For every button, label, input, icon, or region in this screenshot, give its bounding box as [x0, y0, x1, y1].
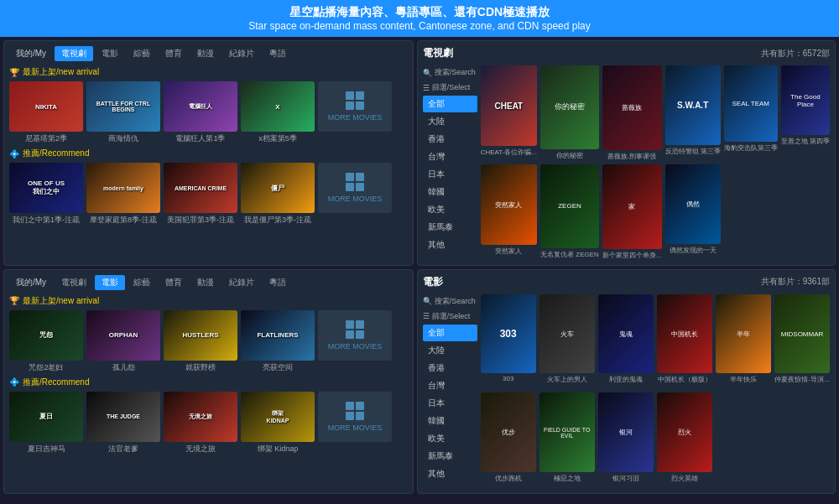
tab-tv-drama[interactable]: 電視劇	[55, 46, 93, 61]
movie-title-uncut: 优步跑机	[481, 474, 536, 483]
movie-card-nikita[interactable]: NIKITA 尼基塔第2季	[9, 81, 83, 144]
movie-field[interactable]: FIELD GUIDE TO EVIL 極惡之地	[539, 392, 595, 488]
tv-cat-other[interactable]: 其他	[423, 236, 477, 253]
more-movies-btn-tv-new[interactable]: MORE MOVIES	[318, 81, 392, 132]
tv-cat-taiwan[interactable]: 台灣	[423, 148, 477, 165]
tab-anime-movie[interactable]: 動漫	[190, 275, 221, 290]
main-content: 我的/My 電視劇 電影 綜藝 體育 動漫 紀錄片 粵語 最新上架/new ar…	[0, 37, 839, 497]
movie-cat-other[interactable]: 其他	[423, 465, 477, 482]
movie-category-sidebar: 🔍 搜索/Search ☰ 篩選/Select 全部 大陸 香港 台灣 日本 韓…	[423, 294, 477, 488]
tab-anime-tv[interactable]: 動漫	[190, 46, 221, 61]
movie-card-kidnap[interactable]: 绑架KIDNAP 绑架 Kidnap	[241, 392, 315, 455]
more-movies-btn-film-rec[interactable]: MORE MOVIES	[318, 392, 392, 442]
tv-movie-nomad[interactable]: 突然家人 突然家人	[481, 164, 537, 260]
more-movies-tv-rec[interactable]: MORE MOVIES	[318, 163, 392, 226]
movie-midsommar[interactable]: MIDSOMMAR 仲夏夜惊情-导演...	[774, 294, 830, 390]
tab-variety-tv[interactable]: 綜藝	[127, 46, 157, 61]
movie-thumb-midsommar: MIDSOMMAR	[774, 294, 830, 373]
movie-303[interactable]: 303 303	[481, 294, 536, 390]
movie-thumb-orphan: ORPHAN	[86, 310, 160, 361]
movie-card-judge[interactable]: THE JUDGE 法官老爹	[86, 392, 160, 455]
movie-title-modern: 摩登家庭第8季-注疏	[86, 215, 160, 226]
tv-movie-swat[interactable]: S.W.A.T 反恐特警组 第三季	[665, 65, 721, 161]
tv-cat-hk[interactable]: 香港	[423, 131, 477, 148]
movie-card-modern[interactable]: modern family 摩登家庭第8季-注疏	[86, 163, 160, 226]
tv-cat-mainland[interactable]: 大陸	[423, 113, 477, 130]
movie-train[interactable]: 火车 火车上的男人	[539, 294, 595, 390]
movie-cat-korea[interactable]: 韓國	[423, 413, 477, 429]
movie-blaze[interactable]: 烈火 烈火英雄	[657, 392, 712, 488]
tab-doc-movie[interactable]: 紀錄片	[222, 275, 261, 290]
movie-cat-all[interactable]: 全部	[423, 325, 477, 341]
tab-sports-movie[interactable]: 體育	[159, 275, 189, 290]
more-movies-btn-tv-rec[interactable]: MORE MOVIES	[318, 163, 392, 213]
tv-movie-goodplace[interactable]: The Good Place 至善之地 第四季	[781, 65, 830, 161]
tv-cat-all[interactable]: 全部	[423, 96, 477, 112]
tab-my-movie[interactable]: 我的/My	[9, 275, 53, 290]
tab-cantonese-tv[interactable]: 粵語	[263, 46, 293, 61]
movie-card-computer[interactable]: 電腦狂人 電腦狂人第1季	[164, 81, 237, 144]
tv-movie-oneday[interactable]: 偶然 偶然发现的一天	[665, 164, 721, 260]
movie-thumb-modern: modern family	[86, 163, 160, 213]
more-movies-film-rec[interactable]: MORE MOVIES	[318, 392, 392, 455]
movie-cat-taiwan[interactable]: 台灣	[423, 377, 477, 394]
movie-card-landlord[interactable]: 僵尸 我是僵尸第3季-注疏	[241, 163, 315, 226]
movie-card-american[interactable]: AMERICAN CRIME 美国犯罪第3季-注疏	[164, 163, 237, 226]
movie-card-boundless[interactable]: 无境之旅 无境之旅	[164, 392, 237, 455]
tab-my-tv[interactable]: 我的/My	[9, 46, 53, 61]
tv-category-sidebar: 🔍 搜索/Search ☰ 篩選/Select 全部 大陸 香港 台灣 日本 韓…	[423, 65, 477, 260]
tab-movie-tv[interactable]: 電影	[95, 46, 125, 61]
movie-card-hustlers[interactable]: HUSTLERS 就获野榜	[164, 310, 237, 373]
page-header: 星空點播海量內容、粵語專區、還有CDN極速播放 Star space on-de…	[0, 0, 839, 37]
movie-search-row[interactable]: 🔍 搜索/Search	[423, 294, 477, 309]
more-movies-btn-film-new[interactable]: MORE MOVIES	[318, 310, 392, 361]
tv-movie-judge2[interactable]: 蔷薇族 蔷薇族.刑事课强	[602, 65, 662, 161]
movie-card-xfiles[interactable]: X x档案第5季	[241, 81, 315, 144]
tv-new-arrival-label: 最新上架/new arrival	[9, 66, 408, 78]
tv-movie-cheat[interactable]: CHEAT CHEAT-各位诈骗...	[481, 65, 537, 161]
tab-movie-movie[interactable]: 電影	[95, 275, 125, 290]
tab-sports-tv[interactable]: 體育	[159, 46, 189, 61]
movie-select-row[interactable]: ☰ 篩選/Select	[423, 309, 477, 324]
tv-cat-korea[interactable]: 韓國	[423, 184, 477, 200]
movie-card-flatliners[interactable]: FLATLINERS 亮获空间	[241, 310, 315, 373]
tv-rec-movies-row: ONE OF US我们之中 我们之中第1季-注疏 modern family 摩…	[9, 163, 408, 226]
movie-card-summer[interactable]: 夏日 夏日吉神马	[9, 392, 83, 455]
tv-movie-zegen[interactable]: ZEGEN 无名复仇者 ZEGEN	[540, 164, 599, 260]
more-movies-film-new[interactable]: MORE MOVIES	[318, 310, 392, 373]
filter-icon: ☰	[423, 84, 430, 92]
movie-cat-mainland[interactable]: 大陸	[423, 342, 477, 359]
tv-select-row[interactable]: ☰ 篩選/Select	[423, 81, 477, 95]
tab-cantonese-movie[interactable]: 粵語	[263, 275, 293, 290]
movie-card-oneof[interactable]: ONE OF US我们之中 我们之中第1季-注疏	[9, 163, 83, 226]
tab-doc-tv[interactable]: 紀錄片	[222, 46, 261, 61]
tab-tv-movie[interactable]: 電視劇	[55, 275, 93, 290]
movie-card-battle[interactable]: BATTLE FOR CTRL BEGINS 商海情仇	[86, 81, 160, 144]
movie-cat-western[interactable]: 欧美	[423, 430, 477, 447]
movie-demon[interactable]: 鬼魂 利亚的鬼魂	[598, 294, 654, 390]
tv-movie-family2[interactable]: 家 新个家里四个单身...	[602, 164, 662, 260]
movie-thumb-oneof: ONE OF US我们之中	[9, 163, 83, 213]
movie-happy[interactable]: 半年 半年快乐	[716, 294, 771, 390]
movie-cat-sea[interactable]: 新馬泰	[423, 448, 477, 465]
tv-title-nomad: 突然家人	[481, 247, 537, 256]
movie-title-china: 中国机长（极版）	[657, 375, 712, 384]
tv-movie-secret[interactable]: 你的秘密 你的秘密	[540, 65, 599, 161]
tv-search-row[interactable]: 🔍 搜索/Search	[423, 65, 477, 80]
tab-variety-movie[interactable]: 綜藝	[127, 275, 157, 290]
tv-thumb-zegen: ZEGEN	[540, 164, 599, 248]
movie-cat-hk[interactable]: 香港	[423, 360, 477, 377]
movie-card-orphan[interactable]: ORPHAN 孤儿怨	[86, 310, 160, 373]
movie-uncut[interactable]: 优步 优步跑机	[481, 392, 536, 488]
tv-movie-seal[interactable]: SEAL TEAM 海豹突击队第三季	[724, 65, 778, 161]
movie-galaxy[interactable]: 银河 银河习旧	[598, 392, 654, 488]
tv-cat-japan[interactable]: 日本	[423, 166, 477, 183]
tv-cat-sea[interactable]: 新馬泰	[423, 219, 477, 236]
right-panels: 電視劇 共有影片：6572部 🔍 搜索/Search ☰ 篩選/Select 全…	[417, 40, 836, 494]
movie-thumb-computer: 電腦狂人	[164, 81, 237, 132]
tv-cat-western[interactable]: 欧美	[423, 201, 477, 218]
more-movies-tv-new[interactable]: MORE MOVIES	[318, 81, 392, 144]
movie-cat-japan[interactable]: 日本	[423, 395, 477, 412]
movie-china[interactable]: 中国机长 中国机长（极版）	[657, 294, 712, 390]
movie-card-possessed[interactable]: 咒怨 咒怨2老妇	[9, 310, 83, 373]
